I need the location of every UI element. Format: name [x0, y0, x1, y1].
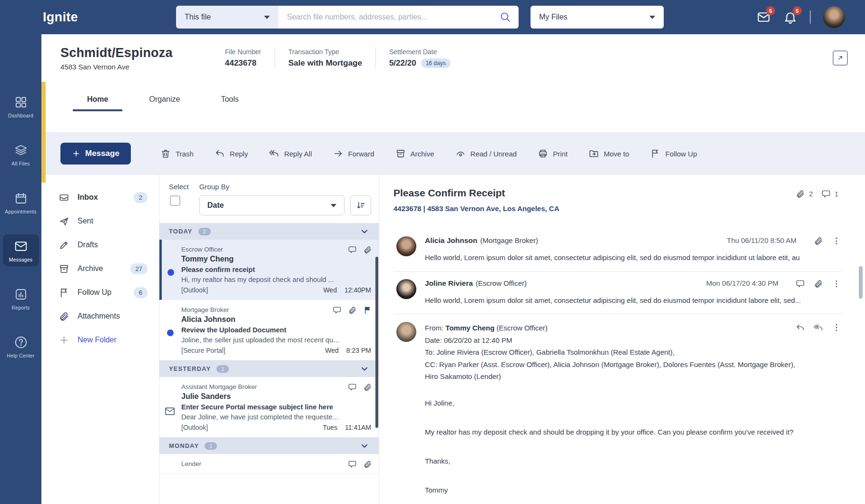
comment-icon: [348, 460, 357, 469]
reply-button[interactable]: Reply: [215, 148, 248, 159]
archive-button[interactable]: Archive: [395, 148, 434, 159]
sort-button[interactable]: [350, 195, 371, 215]
settlement-date-label: Settlement Date: [389, 48, 451, 56]
search-scope-dropdown[interactable]: This file: [176, 6, 278, 29]
follow-up-button[interactable]: Follow Up: [650, 148, 697, 159]
group-header-today[interactable]: TODAY 2: [159, 223, 379, 240]
kebab-menu-icon[interactable]: [832, 323, 841, 332]
read-unread-button[interactable]: Read / Unread: [455, 148, 517, 159]
tab-organize[interactable]: Organize: [135, 89, 194, 111]
print-icon: [538, 148, 548, 159]
sidebar-item-all-files[interactable]: All Files: [3, 138, 39, 170]
folder-drafts[interactable]: Drafts: [41, 233, 159, 257]
print-button[interactable]: Print: [538, 148, 568, 159]
envelope-icon: [14, 239, 28, 253]
detail-file-link[interactable]: 4423678 | 4583 San Vernon Ave, Los Angel…: [393, 204, 560, 213]
sidebar-item-dashboard[interactable]: Dashboard: [3, 90, 39, 122]
divider: [275, 47, 275, 69]
bell-icon-button[interactable]: 5: [783, 10, 797, 24]
file-address: 4583 San Vernon Ave: [60, 63, 173, 71]
help-icon: [14, 335, 28, 349]
forward-label: Forward: [348, 150, 374, 158]
read-unread-icon: [455, 148, 466, 159]
email-list-item[interactable]: Lender: [159, 454, 379, 474]
flag-icon: [59, 287, 69, 298]
folder-label: Drafts: [78, 241, 98, 249]
reply-all-icon[interactable]: [814, 323, 823, 332]
list-scrollbar[interactable]: [375, 257, 378, 428]
folder-inbox[interactable]: Inbox 2: [41, 185, 159, 209]
reply-icon[interactable]: [796, 323, 805, 332]
user-avatar[interactable]: [823, 6, 845, 28]
open-external-button[interactable]: [833, 50, 848, 66]
body-paragraph: Thanks,: [425, 457, 841, 465]
sidebar-item-messages[interactable]: Messages: [3, 234, 39, 266]
search-input[interactable]: [278, 6, 519, 29]
search-icon[interactable]: [500, 11, 511, 23]
kebab-menu-icon[interactable]: [832, 279, 841, 289]
folder-archive[interactable]: Archive 27: [41, 257, 159, 281]
sender-role: Assistant Mortgage Broker: [181, 383, 371, 390]
email-detail-panel: Please Confirm Receipt 4423678 | 4583 Sa…: [379, 175, 865, 504]
caret-down-icon: [649, 16, 655, 19]
my-files-dropdown[interactable]: My Files: [531, 6, 664, 29]
reply-all-button[interactable]: Reply All: [269, 148, 312, 159]
calendar-icon: [14, 191, 28, 205]
folder-sent[interactable]: Sent: [41, 209, 159, 233]
kebab-menu-icon[interactable]: [832, 236, 841, 246]
detail-scrollbar[interactable]: [859, 266, 863, 299]
send-icon: [59, 216, 69, 227]
date-line: Date: 06/20/20 at 12:40 PM: [425, 334, 796, 347]
reply-all-icon: [269, 148, 279, 159]
move-to-folder-icon: [589, 148, 599, 159]
email-list-item[interactable]: Mortgage Broker Alicia Johnson Review th…: [159, 300, 379, 360]
email-list-item[interactable]: Escrow Officer Tommy Cheng Please confir…: [159, 240, 379, 300]
trash-icon: [160, 148, 171, 159]
group-header-yesterday[interactable]: YESTERDAY 1: [159, 360, 379, 377]
comment-icon[interactable]: [821, 189, 831, 199]
tab-tools[interactable]: Tools: [206, 89, 253, 111]
unread-dot: [167, 330, 174, 336]
reply-icon: [215, 148, 225, 159]
new-message-button[interactable]: Message: [60, 143, 131, 165]
sidebar-item-reports[interactable]: Reports: [3, 282, 39, 314]
sidebar-item-label: Reports: [11, 305, 29, 310]
search-scope-value: This file: [185, 13, 211, 21]
sidebar-item-label: All Files: [11, 161, 30, 166]
email-list-item[interactable]: Assistant Mortgage Broker Julie Sanders …: [159, 377, 379, 437]
file-header: Schmidt/Espinoza 4583 San Vernon Ave Fil…: [41, 34, 865, 82]
paperclip-icon[interactable]: [796, 189, 805, 199]
archive-box-icon: [59, 263, 69, 274]
trash-button[interactable]: Trash: [160, 148, 194, 159]
paperclip-icon: [363, 460, 372, 469]
my-files-value: My Files: [539, 13, 568, 21]
select-all-checkbox[interactable]: [170, 195, 180, 206]
paperclip-icon: [348, 306, 357, 315]
email-source: [Outlook]: [181, 424, 208, 431]
move-to-button[interactable]: Move to: [589, 148, 629, 159]
file-title: Schmidt/Espinoza: [60, 46, 173, 60]
group-by-value: Date: [207, 201, 224, 210]
sidebar-item-help-center[interactable]: Help Center: [3, 330, 39, 362]
tab-home[interactable]: Home: [73, 89, 122, 111]
thread-message[interactable]: Joline Riviera (Escrow Officer) Mon 06/1…: [393, 271, 843, 314]
message-date: Mon 06/17/20 4:30 PM: [706, 279, 778, 287]
folder-count-badge: 27: [130, 263, 147, 274]
message-toolbar: Message Trash Reply Reply All Forward: [41, 132, 865, 175]
email-subject: Review the Uploaded Document: [181, 326, 371, 334]
folder-attachments[interactable]: Attachments: [41, 304, 159, 328]
group-header-monday[interactable]: MONDAY 1: [159, 437, 379, 454]
folder-label: Follow Up: [78, 288, 111, 297]
folder-follow-up[interactable]: Follow Up 6: [41, 281, 159, 304]
forward-button[interactable]: Forward: [333, 148, 374, 159]
follow-up-label: Follow Up: [665, 150, 697, 158]
folder-count-badge: 6: [134, 287, 147, 298]
mail-icon-button[interactable]: 5: [757, 10, 771, 24]
print-label: Print: [553, 150, 568, 158]
thread-message[interactable]: Alicia Johnson (Mortgage Broker) Thu 06/…: [393, 229, 843, 271]
new-folder-button[interactable]: New Folder: [41, 328, 159, 352]
avatar: [396, 236, 416, 256]
group-by-dropdown[interactable]: Date: [199, 195, 344, 215]
email-day: Tues: [323, 424, 337, 431]
sidebar-item-appointments[interactable]: Appointments: [3, 186, 39, 218]
